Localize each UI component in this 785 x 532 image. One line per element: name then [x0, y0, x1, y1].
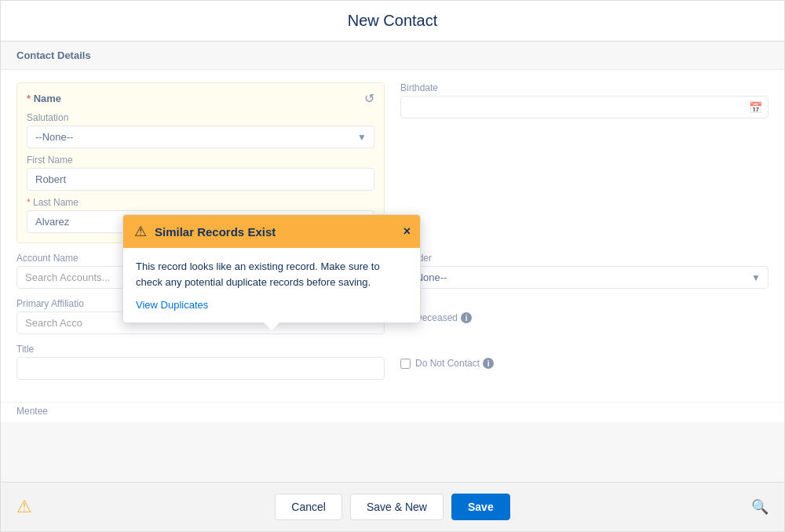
popup-warning-icon: ⚠	[134, 223, 147, 240]
save-new-button[interactable]: Save & New	[350, 494, 444, 520]
page-header: New Contact	[1, 1, 784, 42]
cancel-button[interactable]: Cancel	[275, 494, 342, 520]
page-wrapper: New Contact Contact Details Name ↺	[0, 0, 785, 532]
page-footer: ⚠ Cancel Save & New Save 🔍	[1, 482, 784, 531]
popup-header: ⚠ Similar Records Exist ×	[123, 215, 420, 248]
view-duplicates-link[interactable]: View Duplicates	[136, 299, 208, 311]
footer-search-icon[interactable]: 🔍	[751, 498, 769, 516]
popup-body: This record looks like an existing recor…	[123, 248, 420, 322]
popup-tail	[264, 322, 279, 330]
page-title: New Contact	[348, 12, 438, 29]
save-button[interactable]: Save	[451, 494, 510, 520]
popup-body-text: This record looks like an existing recor…	[136, 259, 407, 290]
popup-title: Similar Records Exist	[155, 225, 409, 239]
duplicate-popup: ⚠ Similar Records Exist × This record lo…	[122, 214, 421, 323]
popup-close-button[interactable]: ×	[403, 224, 411, 239]
footer-warning-icon: ⚠	[16, 497, 32, 517]
main-content: Contact Details Name ↺ Salutation	[1, 42, 784, 482]
